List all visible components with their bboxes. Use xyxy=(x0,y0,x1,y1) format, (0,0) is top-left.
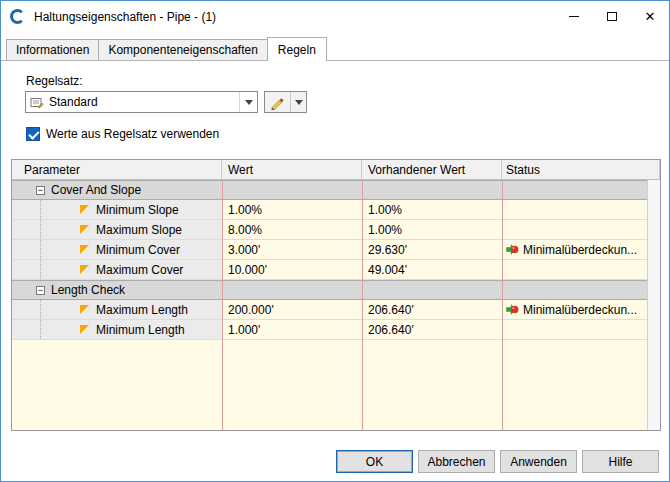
override-flag-icon xyxy=(80,325,89,334)
status-text: Minimalüberdeckun... xyxy=(523,243,637,257)
parameter-label: Minimum Length xyxy=(96,323,185,337)
maximize-icon xyxy=(607,12,617,21)
vorhandener-wert-cell xyxy=(362,281,502,299)
vorhandener-wert-cell: 206.640' xyxy=(362,320,502,339)
group-label: Length Check xyxy=(51,283,125,297)
use-ruleset-label: Werte aus Regelsatz verwenden xyxy=(46,127,219,141)
apply-button[interactable]: Anwenden xyxy=(500,450,577,473)
status-cell: Minimalüberdeckun... xyxy=(502,240,660,259)
wert-cell[interactable]: 1.000' xyxy=(222,320,362,339)
vorhandener-wert-cell: 206.640' xyxy=(362,300,502,319)
violation-icon xyxy=(506,243,519,256)
parameter-label: Maximum Slope xyxy=(96,223,182,237)
status-cell xyxy=(502,281,660,299)
tab-komponenteneigenschaften[interactable]: Komponenteneigenschaften xyxy=(98,39,267,60)
edit-ruleset-button[interactable] xyxy=(264,91,307,113)
tab-informationen[interactable]: Informationen xyxy=(6,39,99,60)
dialog-window: Haltungseigenschaften - Pipe - (1) ✕ Inf… xyxy=(0,0,670,482)
parameter-label: Minimum Cover xyxy=(96,243,180,257)
status-cell: Minimalüberdeckun... xyxy=(502,300,660,319)
ruleset-value: Standard xyxy=(49,95,239,109)
window-controls: ✕ xyxy=(555,1,669,32)
violation-icon xyxy=(506,303,519,316)
vorhandener-wert-cell: 1.00% xyxy=(362,220,502,239)
rules-table-body: −Cover And SlopeMinimum Slope1.00%1.00%M… xyxy=(12,180,660,430)
status-cell xyxy=(502,200,660,219)
status-cell xyxy=(502,260,660,279)
ok-button[interactable]: OK xyxy=(336,450,413,473)
parameter-cell: −Length Check xyxy=(12,281,222,299)
parameter-cell: Minimum Cover xyxy=(12,240,222,259)
combobox-chevron-down-icon[interactable] xyxy=(239,92,257,112)
table-row[interactable]: Minimum Length1.000'206.640' xyxy=(12,320,660,340)
column-header-status[interactable]: Status xyxy=(502,160,660,179)
minimize-icon xyxy=(569,16,579,17)
app-icon xyxy=(10,9,25,24)
dialog-buttons: OK Abbrechen Anwenden Hilfe xyxy=(336,450,659,473)
column-header-vorhandener-wert[interactable]: Vorhandener Wert xyxy=(362,160,502,179)
table-row[interactable]: Minimum Slope1.00%1.00% xyxy=(12,200,660,220)
status-cell xyxy=(502,320,660,339)
wert-cell[interactable]: 200.000' xyxy=(222,300,362,319)
parameter-cell: Minimum Slope xyxy=(12,200,222,219)
override-flag-icon xyxy=(80,245,89,254)
collapse-icon[interactable]: − xyxy=(36,186,45,195)
table-row[interactable]: Maximum Slope8.00%1.00% xyxy=(12,220,660,240)
wert-cell xyxy=(222,281,362,299)
override-flag-icon xyxy=(80,265,89,274)
close-button[interactable]: ✕ xyxy=(631,1,669,32)
close-icon: ✕ xyxy=(645,10,656,23)
override-flag-icon xyxy=(80,205,89,214)
tab-regeln[interactable]: Regeln xyxy=(267,37,327,61)
status-cell xyxy=(502,181,660,199)
wert-cell[interactable]: 10.000' xyxy=(222,260,362,279)
ruleset-label: Regelsatz: xyxy=(26,74,83,88)
parameter-cell: Maximum Cover xyxy=(12,260,222,279)
help-button[interactable]: Hilfe xyxy=(582,450,659,473)
parameter-cell: Maximum Slope xyxy=(12,220,222,239)
table-group-row[interactable]: −Cover And Slope xyxy=(12,180,660,200)
override-flag-icon xyxy=(80,305,89,314)
wert-cell xyxy=(222,181,362,199)
collapse-icon[interactable]: − xyxy=(36,286,45,295)
status-cell xyxy=(502,220,660,239)
parameter-cell: Maximum Length xyxy=(12,300,222,319)
ruleset-icon xyxy=(30,96,44,109)
wert-cell[interactable]: 1.00% xyxy=(222,200,362,219)
table-scrollbar[interactable] xyxy=(647,180,660,430)
wert-cell[interactable]: 8.00% xyxy=(222,220,362,239)
table-row[interactable]: Minimum Cover3.000'29.630'Minimalüberdec… xyxy=(12,240,660,260)
group-label: Cover And Slope xyxy=(51,183,141,197)
table-group-row[interactable]: −Length Check xyxy=(12,280,660,300)
edit-ruleset-chevron-down-icon[interactable] xyxy=(290,92,306,112)
ruleset-combobox[interactable]: Standard xyxy=(25,91,258,113)
edit-style-icon xyxy=(265,92,290,112)
parameter-label: Minimum Slope xyxy=(96,203,179,217)
minimize-button[interactable] xyxy=(555,1,593,32)
titlebar[interactable]: Haltungseigenschaften - Pipe - (1) ✕ xyxy=(1,1,669,32)
vorhandener-wert-cell: 1.00% xyxy=(362,200,502,219)
parameter-cell: Minimum Length xyxy=(12,320,222,339)
vorhandener-wert-cell: 49.004' xyxy=(362,260,502,279)
tab-strip: Informationen Komponenteneigenschaften R… xyxy=(6,38,326,61)
window-title: Haltungseigenschaften - Pipe - (1) xyxy=(34,10,216,24)
use-ruleset-row: Werte aus Regelsatz verwenden xyxy=(26,127,219,141)
table-row[interactable]: Maximum Length200.000'206.640'Minimalübe… xyxy=(12,300,660,320)
status-text: Minimalüberdeckun... xyxy=(523,303,637,317)
wert-cell[interactable]: 3.000' xyxy=(222,240,362,259)
vorhandener-wert-cell xyxy=(362,181,502,199)
parameter-label: Maximum Length xyxy=(96,303,188,317)
rules-table: Parameter Wert Vorhandener Wert Status −… xyxy=(11,159,661,431)
vorhandener-wert-cell: 29.630' xyxy=(362,240,502,259)
maximize-button[interactable] xyxy=(593,1,631,32)
column-header-wert[interactable]: Wert xyxy=(222,160,362,179)
table-row[interactable]: Maximum Cover10.000'49.004' xyxy=(12,260,660,280)
rules-table-rows: −Cover And SlopeMinimum Slope1.00%1.00%M… xyxy=(12,180,660,340)
column-header-parameter[interactable]: Parameter xyxy=(12,160,222,179)
parameter-cell: −Cover And Slope xyxy=(12,181,222,199)
override-flag-icon xyxy=(80,225,89,234)
cancel-button[interactable]: Abbrechen xyxy=(418,450,495,473)
table-header: Parameter Wert Vorhandener Wert Status xyxy=(12,160,660,180)
parameter-label: Maximum Cover xyxy=(96,263,183,277)
use-ruleset-checkbox[interactable] xyxy=(26,127,40,141)
